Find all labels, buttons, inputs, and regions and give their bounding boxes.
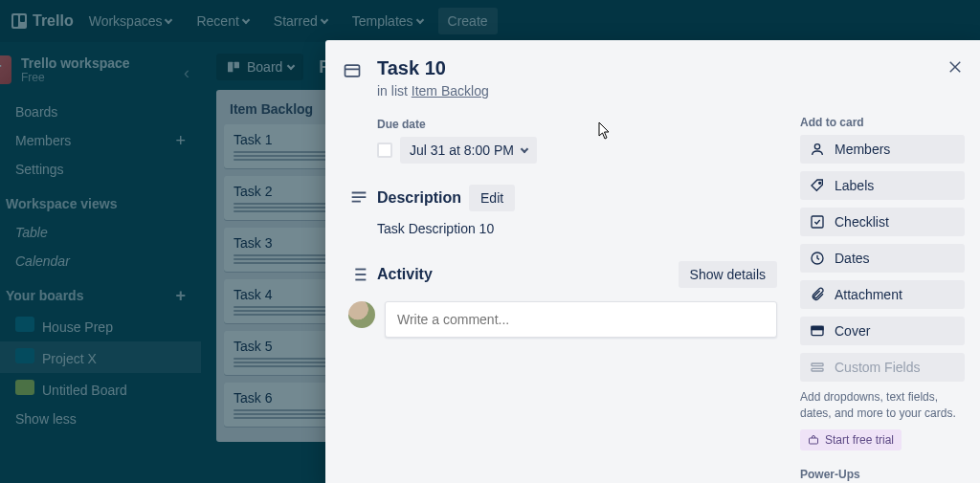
chevron-down-icon	[521, 145, 528, 153]
svg-point-15	[814, 144, 819, 149]
members-button[interactable]: Members	[800, 135, 965, 164]
chevron-down-icon	[321, 16, 328, 24]
nav-workspaces[interactable]: Workspaces	[79, 8, 182, 34]
nav-starred[interactable]: Starred	[264, 8, 337, 34]
due-date-label: Due date	[377, 118, 777, 131]
nav-templates[interactable]: Templates	[343, 8, 433, 34]
svg-rect-0	[228, 62, 233, 73]
chevron-down-icon	[242, 16, 250, 24]
svg-rect-22	[812, 368, 823, 371]
svg-point-16	[819, 182, 821, 184]
start-free-trial-button[interactable]: Start free trial	[800, 429, 902, 450]
due-date-value: Jul 31 at 8:00 PM	[410, 143, 514, 158]
user-avatar[interactable]	[348, 301, 375, 328]
activity-heading: Activity	[377, 266, 433, 283]
description-text[interactable]: Task Description 10	[377, 221, 777, 236]
mouse-cursor	[598, 121, 612, 141]
cover-button[interactable]: Cover	[800, 317, 965, 345]
edit-description-button[interactable]: Edit	[469, 185, 515, 211]
dates-button[interactable]: Dates	[800, 244, 965, 273]
due-complete-checkbox[interactable]	[377, 143, 392, 158]
sidebar-calendar[interactable]: Calendar	[0, 247, 201, 275]
svg-rect-21	[812, 363, 823, 366]
card-in-list: in list Item Backlog	[377, 83, 926, 99]
show-details-button[interactable]: Show details	[679, 261, 777, 288]
custom-fields-hint: Add dropdowns, text fields, dates, and m…	[800, 389, 965, 422]
description-icon	[348, 187, 369, 209]
sidebar-members[interactable]: Members+	[0, 126, 201, 155]
briefcase-icon	[808, 434, 819, 446]
trello-logo-icon	[11, 13, 27, 29]
chevron-down-icon	[415, 16, 423, 24]
attachment-button[interactable]: Attachment	[800, 280, 965, 309]
checklist-button[interactable]: Checklist	[800, 208, 965, 236]
card-title[interactable]: Task 10	[377, 57, 926, 79]
sidebar-boards[interactable]: Boards	[0, 98, 201, 126]
workspace-name: Trello workspace	[21, 55, 130, 71]
power-ups-label: Power-Ups	[800, 468, 965, 481]
board-icon	[226, 59, 241, 75]
sidebar-table[interactable]: Table	[0, 218, 201, 247]
chevron-down-icon	[287, 62, 295, 70]
card-modal: Task 10 in list Item Backlog Due date Ju…	[325, 40, 980, 483]
sidebar-board-item[interactable]: House Prep	[0, 310, 201, 341]
board-view-switch[interactable]: Board	[216, 54, 303, 80]
checklist-icon	[810, 214, 825, 230]
description-heading: Description	[377, 189, 461, 207]
workspace-sidebar: T Trello workspace Free ‹ Boards Members…	[0, 42, 201, 483]
sidebar-show-less[interactable]: Show less	[0, 405, 201, 433]
workspace-avatar: T	[0, 55, 11, 84]
create-button[interactable]: Create	[438, 8, 498, 34]
plus-icon[interactable]: +	[175, 289, 186, 302]
svg-rect-4	[345, 65, 360, 77]
chevron-down-icon	[165, 16, 172, 24]
custom-fields-icon	[810, 360, 825, 375]
comment-box[interactable]	[385, 301, 777, 338]
svg-rect-20	[812, 326, 823, 329]
workspace-plan: Free	[21, 71, 130, 84]
svg-rect-23	[810, 438, 818, 444]
brand-name: Trello	[33, 12, 74, 30]
attachment-icon	[810, 287, 825, 302]
nav-recent[interactable]: Recent	[187, 8, 257, 34]
sidebar-section-wsviews: Workspace views	[0, 189, 201, 218]
labels-button[interactable]: Labels	[800, 171, 965, 200]
sidebar-settings[interactable]: Settings	[0, 155, 201, 184]
svg-rect-1	[234, 62, 239, 69]
plus-icon[interactable]: +	[175, 134, 186, 147]
in-list-link[interactable]: Item Backlog	[412, 83, 489, 99]
add-to-card-label: Add to card	[800, 116, 965, 129]
sidebar-board-item[interactable]: Untitled Board	[0, 373, 201, 405]
trello-logo[interactable]: Trello	[11, 12, 74, 30]
custom-fields-button[interactable]: Custom Fields	[800, 353, 965, 382]
svg-rect-17	[812, 216, 823, 228]
sidebar-collapse-button[interactable]: ‹	[184, 63, 189, 83]
activity-icon	[348, 264, 369, 285]
due-date-chip[interactable]: Jul 31 at 8:00 PM	[400, 137, 537, 164]
card-header-icon	[343, 61, 362, 84]
labels-icon	[810, 178, 825, 193]
members-icon	[810, 142, 825, 157]
cover-icon	[810, 323, 825, 339]
clock-icon	[810, 251, 825, 266]
top-nav: Trello Workspaces Recent Starred Templat…	[0, 0, 980, 42]
comment-input[interactable]	[386, 302, 776, 337]
sidebar-section-yourboards: Your boards+	[0, 281, 201, 310]
sidebar-board-item[interactable]: Project X	[0, 341, 201, 373]
